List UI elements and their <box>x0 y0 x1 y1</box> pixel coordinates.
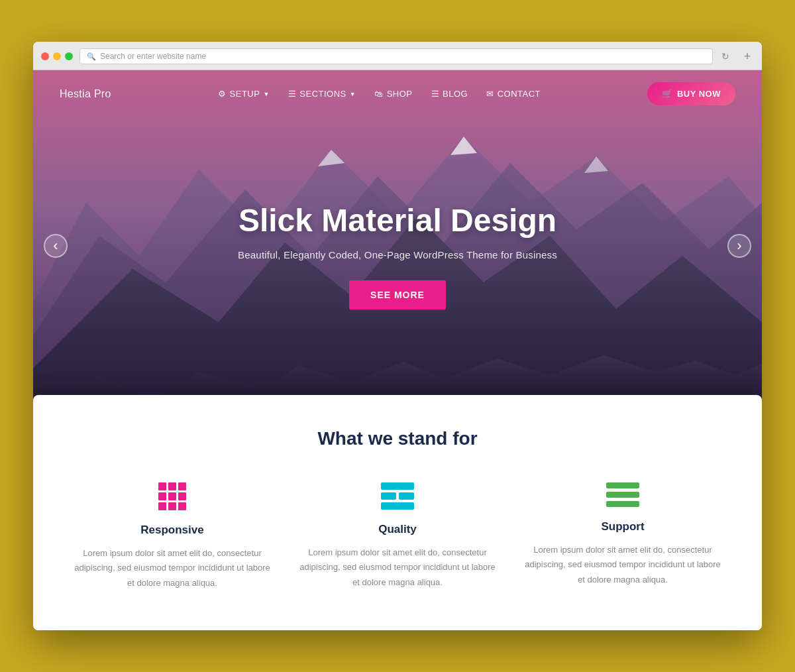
carousel-prev-button[interactable]: ‹ <box>44 234 68 258</box>
dot-maximize[interactable] <box>65 52 73 60</box>
gear-icon: ⚙ <box>218 89 227 99</box>
quality-icon-line2 <box>381 492 414 500</box>
dot-minimize[interactable] <box>53 52 61 60</box>
nav-list: ⚙ SETUP ▼ ☰ SECTIONS ▼ <box>218 89 541 99</box>
mail-icon: ✉ <box>486 89 494 99</box>
browser-window: 🔍 Search or enter website name ↻ + <box>33 42 762 630</box>
support-icon-line2 <box>606 492 639 498</box>
quality-icon <box>298 482 497 510</box>
nav-link-sections[interactable]: ☰ SECTIONS ▼ <box>288 89 356 99</box>
support-icon <box>523 482 722 507</box>
see-more-button[interactable]: SEE MORE <box>349 280 446 309</box>
cart-icon: 🛒 <box>662 89 673 99</box>
nav-link-shop[interactable]: 🛍 SHOP <box>374 89 412 99</box>
nav-item-contact[interactable]: ✉ CONTACT <box>486 89 541 99</box>
nav-link-setup[interactable]: ⚙ SETUP ▼ <box>218 89 270 99</box>
quality-desc: Lorem ipsum dolor sit amet elit do, cons… <box>298 545 497 589</box>
feature-support: Support Lorem ipsum dolor sit amet elit … <box>523 482 722 590</box>
address-text: Search or enter website name <box>100 52 206 61</box>
nav-item-setup[interactable]: ⚙ SETUP ▼ <box>218 89 270 99</box>
support-name: Support <box>523 520 722 533</box>
hero-subtitle: Beautiful, Elegantly Coded, One-Page Wor… <box>106 249 689 260</box>
chevron-down-icon: ▼ <box>263 91 269 97</box>
quality-icon-line1 <box>381 482 414 490</box>
features-grid: Responsive Lorem ipsum dolor sit amet el… <box>73 482 722 590</box>
website-content: Hestia Pro ⚙ SETUP ▼ ☰ SECTIONS ▼ <box>33 70 762 630</box>
chevron-down-icon-2: ▼ <box>350 91 356 97</box>
hero-content: Slick Material Design Beautiful, Elegant… <box>106 203 689 309</box>
chevron-left-icon: ‹ <box>53 237 58 254</box>
brand-logo[interactable]: Hestia Pro <box>60 88 111 100</box>
sections-icon: ☰ <box>288 89 297 99</box>
carousel-next-button[interactable]: › <box>727 234 751 258</box>
reload-button[interactable]: ↻ <box>719 50 731 62</box>
buy-now-button[interactable]: 🛒 BUY NOW <box>647 82 735 105</box>
shop-icon: 🛍 <box>374 89 384 99</box>
responsive-desc: Lorem ipsum dolor sit amet elit do, cons… <box>73 546 272 590</box>
browser-dots <box>41 52 73 60</box>
grid-icon <box>158 482 186 510</box>
blog-icon: ☰ <box>431 89 440 99</box>
responsive-icon <box>73 482 272 510</box>
new-tab-button[interactable]: + <box>741 50 754 63</box>
nav-item-shop[interactable]: 🛍 SHOP <box>374 89 412 99</box>
quality-name: Quality <box>298 523 497 536</box>
feature-quality: Quality Lorem ipsum dolor sit amet elit … <box>298 482 497 590</box>
address-bar[interactable]: 🔍 Search or enter website name <box>80 48 713 64</box>
features-section: What we stand for <box>33 395 762 630</box>
features-title: What we stand for <box>73 428 722 449</box>
search-icon: 🔍 <box>87 52 96 61</box>
nav-item-sections[interactable]: ☰ SECTIONS ▼ <box>288 89 356 99</box>
feature-responsive: Responsive Lorem ipsum dolor sit amet el… <box>73 482 272 590</box>
nav-link-blog[interactable]: ☰ BLOG <box>431 89 468 99</box>
browser-chrome: 🔍 Search or enter website name ↻ + <box>33 42 762 70</box>
nav-link-contact[interactable]: ✉ CONTACT <box>486 89 541 99</box>
quality-icon-line3 <box>381 502 414 510</box>
responsive-name: Responsive <box>73 524 272 537</box>
navbar: Hestia Pro ⚙ SETUP ▼ ☰ SECTIONS ▼ <box>33 70 762 117</box>
support-icon-line3 <box>606 501 639 507</box>
chevron-right-icon: › <box>737 237 741 254</box>
nav-item-blog[interactable]: ☰ BLOG <box>431 89 468 99</box>
support-desc: Lorem ipsum dolor sit amet elit do, cons… <box>523 543 722 587</box>
hero-section: Hestia Pro ⚙ SETUP ▼ ☰ SECTIONS ▼ <box>33 70 762 421</box>
dot-close[interactable] <box>41 52 49 60</box>
support-icon-line1 <box>606 482 639 488</box>
hero-title: Slick Material Design <box>106 203 689 239</box>
